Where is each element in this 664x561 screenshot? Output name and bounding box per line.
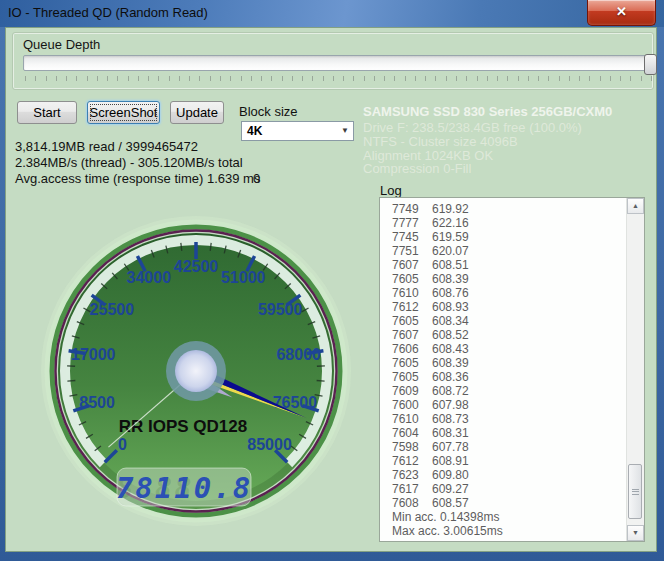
gauge-tick-label: 17000 <box>71 346 116 363</box>
stat-read-total: 3,814.19MB read / 3999465472 <box>15 139 198 154</box>
io-counter: 0 <box>253 171 260 186</box>
queue-depth-group: Queue Depth <box>12 32 654 90</box>
drive-capacity: Drive F: 238.5/238.4GB free (100.0%) <box>363 120 582 135</box>
gauge-minor-tick <box>67 380 75 381</box>
client-area: Queue Depth Start ScreenShot Update Bloc… <box>5 27 657 552</box>
log-scrollbar[interactable]: ▲ ▼ <box>626 198 644 541</box>
queue-depth-slider[interactable] <box>23 55 651 71</box>
gauge-tick-label: 59500 <box>258 301 303 318</box>
log-row: 7604608.31 <box>380 426 620 440</box>
log-row: 7612608.91 <box>380 454 620 468</box>
gauge-tick-label: 51000 <box>221 269 266 286</box>
gauge-display-value: 78110.8 <box>116 471 252 505</box>
log-row: 7612608.93 <box>380 300 620 314</box>
gauge-tick-label: 25500 <box>90 301 135 318</box>
gauge-tick-label: 42500 <box>174 258 219 275</box>
dropdown-arrow-icon: ▼ <box>341 126 349 135</box>
log-row: 7605608.39 <box>380 356 620 370</box>
log-row: 7606608.43 <box>380 342 620 356</box>
gauge-title: RR IOPS QD128 <box>119 417 248 436</box>
slider-ticks <box>25 76 653 82</box>
close-icon: ✕ <box>616 4 627 19</box>
log-row: 7751620.07 <box>380 244 620 258</box>
gauge-tick-label: 34000 <box>127 269 172 286</box>
scroll-up-icon: ▲ <box>632 202 639 209</box>
update-button[interactable]: Update <box>170 101 224 124</box>
log-row: 7607608.52 <box>380 328 620 342</box>
log-footer-row: Min acc. 0.14398ms <box>380 510 620 524</box>
log-label: Log <box>380 183 402 198</box>
block-size-label: Block size <box>239 104 298 119</box>
log-row: 7598607.78 <box>380 440 620 454</box>
log-row: 7605608.36 <box>380 370 620 384</box>
log-row: 7605608.39 <box>380 272 620 286</box>
log-row: 7749619.92 <box>380 202 620 216</box>
log-row: 7610608.73 <box>380 412 620 426</box>
gauge-tick-label: 76500 <box>273 394 318 411</box>
log-row: 7608608.57 <box>380 496 620 510</box>
stat-throughput: 2.384MB/s (thread) - 305.120MB/s total <box>15 155 243 170</box>
stat-access-time: Avg.access time (response time) 1.639 ms <box>15 171 260 186</box>
start-button[interactable]: Start <box>17 101 77 124</box>
log-row: 7610608.76 <box>380 286 620 300</box>
scroll-down-icon: ▼ <box>632 529 639 536</box>
queue-depth-slider-thumb[interactable] <box>644 54 657 75</box>
screenshot-button[interactable]: ScreenShot <box>87 101 160 124</box>
log-row: 7609608.72 <box>380 384 620 398</box>
close-button[interactable]: ✕ <box>587 0 656 26</box>
drive-model: SAMSUNG SSD 830 Series 256GB/CXM0 <box>363 104 612 119</box>
log-row: 7600607.98 <box>380 398 620 412</box>
block-size-select[interactable]: 4K ▼ <box>241 121 354 141</box>
iops-gauge: 0850017000255003400042500510005950068000… <box>41 205 361 545</box>
window-title: IO - Threaded QD (Random Read) <box>8 5 208 20</box>
log-panel[interactable]: 7749619.927777622.167745619.597751620.07… <box>379 197 645 542</box>
scroll-down-button[interactable]: ▼ <box>627 525 644 541</box>
scroll-up-button[interactable]: ▲ <box>627 198 644 214</box>
log-footer-row: Max acc. 3.00615ms <box>380 524 620 538</box>
drive-compression: Compression 0-Fill <box>363 161 471 176</box>
log-row: 7623609.80 <box>380 468 620 482</box>
log-row: 7745619.59 <box>380 230 620 244</box>
title-bar: IO - Threaded QD (Random Read) <box>0 0 664 27</box>
block-size-value: 4K <box>247 124 262 138</box>
gauge-tick-label: 8500 <box>79 394 115 411</box>
scrollbar-thumb[interactable] <box>628 464 642 519</box>
queue-depth-label: Queue Depth <box>23 37 100 52</box>
gauge-tick-label: 85000 <box>247 436 292 453</box>
scrollbar-grip-icon <box>632 489 639 495</box>
log-row: 7617609.27 <box>380 482 620 496</box>
log-row: 7777622.16 <box>380 216 620 230</box>
gauge-minor-tick <box>317 380 325 381</box>
gauge-tick-label: 68000 <box>276 346 321 363</box>
log-row: 7607608.51 <box>380 258 620 272</box>
log-rows: 7749619.927777622.167745619.597751620.07… <box>380 202 620 538</box>
log-row: 7605608.34 <box>380 314 620 328</box>
